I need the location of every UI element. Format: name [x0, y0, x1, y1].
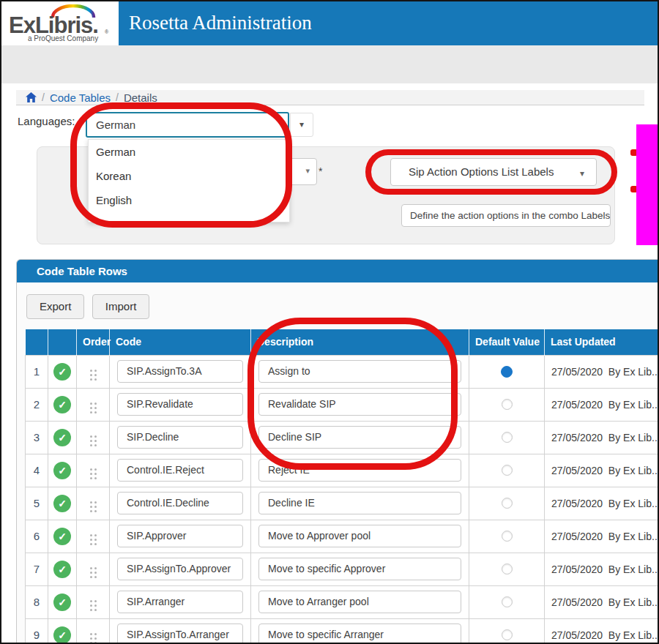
row-number: 6 [34, 530, 40, 542]
last-updated-value: 27/05/2020 By Ex Lib... [551, 531, 659, 542]
last-updated-value: 27/05/2020 By Ex Lib... [551, 498, 659, 509]
app-header-bar: Rosetta Administration [119, 1, 659, 45]
col-order: Order [77, 329, 110, 355]
drag-handle-icon[interactable] [90, 534, 97, 545]
description-input[interactable]: Revalidate SIP [258, 393, 461, 416]
default-value-radio[interactable] [502, 399, 513, 410]
col-default-value: Default Value [469, 329, 545, 355]
code-input[interactable]: SIP.Arranger [117, 591, 243, 613]
table-header-row: Order Code Description Default Value Las… [26, 329, 659, 355]
header-gray-band [1, 45, 659, 83]
table-row: 1✓SIP.AssignTo.3AAssign to27/05/2020 By … [26, 355, 659, 388]
description-input[interactable]: Reject IE [258, 459, 461, 482]
code-input[interactable]: Control.IE.Decline [117, 492, 243, 514]
row-number: 8 [34, 596, 40, 608]
row-number: 1 [34, 365, 40, 378]
languages-select[interactable]: German [86, 112, 289, 138]
last-updated-value: 27/05/2020 By Ex Lib... [551, 596, 659, 608]
status-check-icon: ✓ [53, 396, 71, 413]
status-check-icon: ✓ [53, 429, 71, 446]
drag-handle-icon[interactable] [90, 468, 97, 479]
code-input[interactable]: SIP.Revalidate [117, 393, 243, 416]
status-check-icon: ✓ [53, 495, 71, 512]
default-value-radio[interactable] [502, 432, 513, 443]
row-number: 9 [34, 629, 40, 641]
default-value-radio[interactable] [502, 465, 513, 476]
default-value-radio[interactable] [502, 531, 513, 542]
code-input[interactable]: Control.IE.Reject [117, 459, 243, 482]
default-value-radio[interactable] [502, 596, 513, 607]
rosetta-admin-window: ExLibris. ® a ProQuest Company Rosetta A… [0, 0, 659, 644]
table-row: 8✓SIP.ArrangerMove to Arranger pool27/05… [26, 585, 659, 618]
last-updated-value: 27/05/2020 By Ex Lib... [551, 465, 659, 476]
row-number: 4 [34, 464, 40, 476]
description-input[interactable]: Move to Approver pool [258, 525, 461, 547]
row-number: 3 [34, 431, 40, 443]
last-updated-value: 27/05/2020 By Ex Lib... [551, 366, 659, 378]
table-description-input[interactable]: Define the action options in the combo L… [401, 204, 611, 227]
col-last-updated: Last Updated [545, 329, 659, 355]
breadcrumb-separator: / [116, 91, 119, 103]
drag-handle-icon[interactable] [90, 600, 97, 611]
col-blank-1 [26, 329, 48, 355]
exlibris-logo: ExLibris. ® a ProQuest Company [1, 1, 119, 45]
description-input[interactable]: Decline SIP [258, 426, 461, 449]
table-name-value: Sip Action Options List Labels [409, 165, 554, 178]
col-description: Description [251, 329, 469, 355]
table-row: 9✓SIP.AssignTo.ArrangerMove to specific … [26, 618, 659, 644]
export-button[interactable]: Export [26, 294, 84, 319]
languages-caret-icon[interactable]: ▾ [290, 113, 313, 137]
drag-handle-icon[interactable] [90, 402, 97, 413]
description-input[interactable]: Move to specific Approver [258, 558, 461, 580]
default-value-radio[interactable] [502, 564, 513, 574]
import-button[interactable]: Import [92, 294, 150, 319]
last-updated-value: 27/05/2020 By Ex Lib... [551, 432, 659, 443]
row-number: 2 [34, 398, 40, 411]
last-updated-value: 27/05/2020 By Ex Lib... [551, 629, 659, 641]
status-check-icon: ✓ [53, 528, 71, 545]
table-row: 5✓Control.IE.DeclineDecline IE27/05/2020… [26, 487, 659, 520]
code-table: Order Code Description Default Value Las… [25, 329, 659, 644]
table-row: 3✓SIP.DeclineDecline SIP27/05/2020 By Ex… [26, 421, 659, 454]
default-value-radio[interactable] [502, 629, 513, 640]
table-row: 2✓SIP.RevalidateRevalidate SIP27/05/2020… [26, 388, 659, 421]
home-icon[interactable] [26, 92, 37, 102]
drag-handle-icon[interactable] [90, 370, 97, 381]
description-input[interactable]: Assign to [258, 360, 461, 383]
description-input[interactable]: Move to specific Arranger [258, 624, 461, 644]
default-value-radio[interactable] [502, 498, 513, 509]
table-row: 4✓Control.IE.RejectReject IE27/05/2020 B… [26, 454, 659, 487]
code-input[interactable]: SIP.AssignTo.Arranger [117, 624, 243, 644]
language-option-korean[interactable]: Korean [89, 164, 289, 188]
description-input[interactable]: Decline IE [258, 492, 461, 514]
drag-handle-icon[interactable] [90, 633, 97, 644]
col-code: Code [110, 329, 251, 355]
col-blank-2 [48, 329, 77, 355]
code-input[interactable]: SIP.AssignTo.Approver [117, 558, 243, 580]
language-option-english[interactable]: English [89, 188, 289, 212]
drag-handle-icon[interactable] [90, 567, 97, 578]
description-input[interactable]: Move to Arranger pool [258, 591, 461, 613]
row-number: 7 [34, 563, 40, 575]
breadcrumb-code-tables-link[interactable]: Code Tables [50, 91, 111, 104]
drag-handle-icon[interactable] [90, 435, 97, 446]
languages-label: Languages: [18, 115, 75, 127]
logo-tagline: a ProQuest Company [28, 34, 98, 42]
default-value-radio[interactable] [501, 366, 513, 378]
status-check-icon: ✓ [53, 561, 71, 578]
language-option-german[interactable]: German [89, 140, 289, 164]
code-input[interactable]: SIP.Approver [117, 525, 243, 547]
code-table-rows-title: Code Table Rows [17, 260, 659, 282]
table-row: 7✓SIP.AssignTo.ApproverMove to specific … [26, 553, 659, 585]
languages-dropdown-popup: GermanKoreanEnglish [88, 139, 290, 222]
table-name-caret-icon: ▾ [580, 160, 584, 187]
drag-handle-icon[interactable] [90, 501, 97, 512]
sub-system-caret-icon: ▾ [305, 166, 310, 176]
code-input[interactable]: SIP.AssignTo.3A [117, 360, 243, 383]
code-input[interactable]: SIP.Decline [117, 426, 243, 449]
breadcrumb-details: Details [124, 91, 157, 104]
table-name-select[interactable]: Sip Action Options List Labels ▾ [390, 158, 597, 186]
app-title: Rosetta Administration [119, 1, 659, 44]
required-marker: * [319, 165, 322, 177]
last-updated-value: 27/05/2020 By Ex Lib... [551, 399, 659, 411]
